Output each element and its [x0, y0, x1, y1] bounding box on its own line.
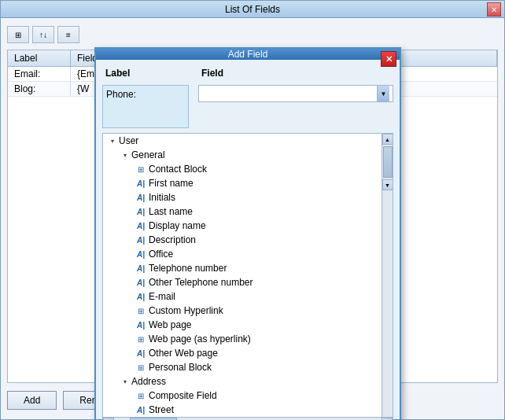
- tree-label: Initials: [149, 192, 175, 203]
- field-dropdown[interactable]: ▼: [198, 85, 393, 102]
- add-field-dialog: Add Field ✕ Label Field Phone: ▼: [94, 47, 401, 420]
- az-icon: A|: [135, 220, 147, 231]
- az-icon: A|: [135, 234, 147, 245]
- grid-icon: ⊞: [135, 305, 147, 316]
- expand-icon[interactable]: ▾: [119, 149, 131, 161]
- grid-icon: ⊞: [135, 362, 147, 373]
- expand-icon[interactable]: ▾: [119, 375, 131, 388]
- tree-item-custom-hyperlink[interactable]: ⊞ Custom Hyperlink: [103, 304, 393, 318]
- field-header: Field: [201, 68, 390, 79]
- az-icon: A|: [135, 192, 147, 203]
- scroll-down-button[interactable]: ▼: [382, 179, 393, 190]
- az-icon: A|: [135, 277, 147, 288]
- tree-item-display-name[interactable]: A| Display name: [103, 219, 393, 233]
- tree-label: Address: [131, 376, 166, 387]
- toolbar-grid-button[interactable]: ⊞: [7, 26, 29, 43]
- scroll-right-button[interactable]: ▶: [382, 418, 393, 421]
- scroll-thumb[interactable]: [383, 146, 393, 178]
- az-icon: A|: [135, 249, 147, 260]
- tree-label: General: [131, 149, 165, 160]
- tree-label: Last name: [149, 206, 193, 217]
- grid-icon: ⊞: [135, 333, 147, 344]
- tree-item-address[interactable]: ▾ Address: [103, 374, 393, 389]
- dialog-body: Label Field Phone: ▼ ▾ User: [96, 60, 400, 420]
- tree-item-composite-field[interactable]: ⊞ Composite Field: [103, 389, 393, 403]
- dialog-title-bar: Add Field ✕: [96, 49, 400, 60]
- tree-item-personal-block[interactable]: ⊞ Personal Block: [103, 360, 393, 374]
- tree-item-other-web-page[interactable]: A| Other Web page: [103, 346, 393, 360]
- az-icon: A|: [135, 404, 147, 415]
- toolbar-sort-button[interactable]: ↑↓: [32, 26, 54, 43]
- toolbar-list-button[interactable]: ≡: [57, 26, 79, 43]
- az-icon: A|: [135, 263, 147, 274]
- tree-label: Street: [149, 404, 174, 415]
- label-input-box[interactable]: Phone:: [102, 85, 189, 128]
- tree-label: Composite Field: [149, 390, 217, 401]
- tree-label: Contact Block: [149, 164, 207, 175]
- field-tree: ▾ User ▾ General ⊞ Contact Block: [102, 133, 393, 420]
- dialog-close-button[interactable]: ✕: [381, 51, 396, 67]
- dropdown-arrow-icon[interactable]: ▼: [377, 86, 389, 101]
- tree-label: Display name: [149, 220, 206, 231]
- toolbar: ⊞ ↑↓ ≡: [7, 24, 498, 45]
- tree-item-web-page-hyperlink[interactable]: ⊞ Web page (as hyperlink): [103, 332, 393, 346]
- az-icon: A|: [135, 319, 147, 330]
- label-header: Label: [105, 68, 192, 79]
- tree-label: Web page: [149, 319, 192, 330]
- tree-item-street[interactable]: A| Street: [103, 403, 393, 417]
- tree-item-user[interactable]: ▾ User: [103, 134, 393, 148]
- form-headers: Label Field: [102, 66, 393, 80]
- tree-label: Office: [149, 249, 173, 260]
- tree-label: E-mail: [149, 291, 175, 302]
- main-close-button[interactable]: ✕: [487, 2, 501, 17]
- tree-label: Custom Hyperlink: [149, 305, 223, 316]
- main-title-bar: List Of Fields ✕: [1, 1, 504, 18]
- tree-item-general[interactable]: ▾ General: [103, 148, 393, 162]
- tree-label: Other Telephone number: [149, 277, 253, 288]
- tree-item-contact-block[interactable]: ⊞ Contact Block: [103, 162, 393, 176]
- tree-label: Other Web page: [149, 348, 218, 359]
- form-row: Phone: ▼: [102, 85, 393, 128]
- tree-item-office[interactable]: A| Office: [103, 247, 393, 261]
- tree-label: Description: [149, 234, 196, 245]
- tree-item-description[interactable]: A| Description: [103, 233, 393, 247]
- label-cell: Email:: [8, 67, 71, 81]
- tree-item-telephone[interactable]: A| Telephone number: [103, 261, 393, 275]
- dialog-title: Add Field: [228, 49, 268, 60]
- main-window-title: List Of Fields: [225, 4, 280, 15]
- scroll-up-button[interactable]: ▲: [382, 134, 393, 145]
- tree-item-first-name[interactable]: A| First name: [103, 176, 393, 190]
- expand-icon[interactable]: ▾: [106, 134, 119, 147]
- vertical-scrollbar[interactable]: ▲ ▼: [382, 134, 393, 417]
- tree-label: First name: [149, 178, 194, 189]
- az-icon: A|: [135, 206, 147, 217]
- label-cell: Blog:: [8, 82, 71, 96]
- scroll-left-button[interactable]: ◀: [103, 418, 114, 421]
- field-area: ▼: [198, 85, 393, 102]
- grid-icon: ⊞: [135, 164, 147, 175]
- az-icon: A|: [135, 291, 147, 302]
- tree-item-initials[interactable]: A| Initials: [103, 190, 393, 204]
- tree-item-web-page[interactable]: A| Web page: [103, 318, 393, 332]
- horizontal-scrollbar[interactable]: ◀ ▶: [103, 417, 393, 420]
- az-icon: A|: [135, 348, 147, 359]
- tree-label: User: [119, 135, 138, 146]
- tree-label: Telephone number: [149, 263, 227, 274]
- tree-label: Web page (as hyperlink): [149, 333, 251, 344]
- add-button[interactable]: Add: [7, 391, 57, 410]
- tree-item-email[interactable]: A| E-mail: [103, 289, 393, 304]
- label-value: Phone:: [106, 89, 136, 100]
- tree-item-other-telephone[interactable]: A| Other Telephone number: [103, 275, 393, 289]
- tree-label: Personal Block: [149, 362, 212, 373]
- az-icon: A|: [135, 178, 147, 189]
- grid-icon: ⊞: [135, 390, 147, 401]
- tree-item-last-name[interactable]: A| Last name: [103, 204, 393, 219]
- tree-scroll-area[interactable]: ▾ User ▾ General ⊞ Contact Block: [103, 134, 393, 417]
- label-column-header: Label: [8, 50, 71, 66]
